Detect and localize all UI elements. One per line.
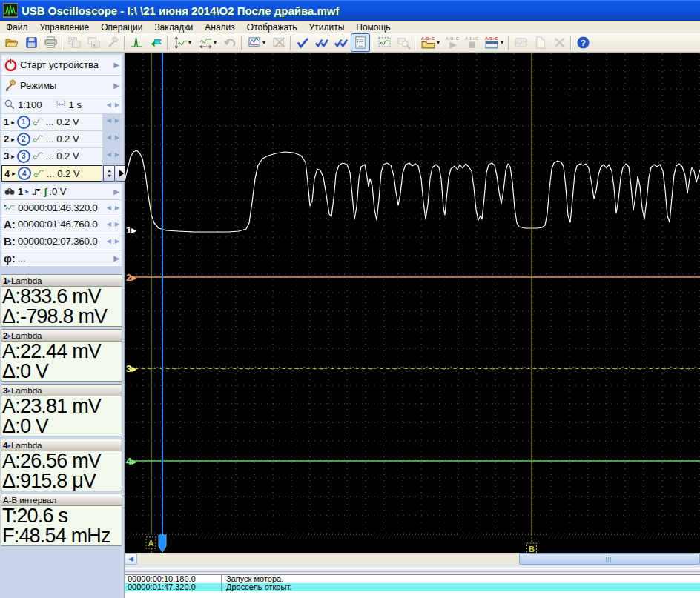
chevron-right-icon[interactable]: ▶ bbox=[113, 82, 119, 90]
channel-3-marker[interactable]: 3▸ bbox=[126, 363, 137, 374]
zoom-amplitude-button[interactable]: ▾ bbox=[170, 33, 195, 52]
open-file-button[interactable] bbox=[2, 33, 22, 52]
scroll-left-button[interactable]: ◀ bbox=[125, 553, 137, 565]
dropdown-caret-icon[interactable]: ▾ bbox=[188, 39, 191, 46]
tools-icon bbox=[4, 79, 18, 93]
menu-item-1[interactable]: Файл bbox=[0, 21, 34, 33]
scrollbar-grip bbox=[606, 557, 612, 562]
waveform-icon bbox=[33, 169, 44, 179]
oscilloscope-plot[interactable]: 1▸2▸3▸4▸AB bbox=[125, 53, 700, 553]
impulse-button[interactable] bbox=[127, 33, 146, 52]
bookmark-row[interactable]: 00000:00:10.180.0Запуск мотора. bbox=[125, 575, 700, 583]
phase-value: ... bbox=[18, 253, 26, 264]
channel-2-row[interactable]: 2▸2... 0.2 V bbox=[1, 131, 102, 147]
help-button[interactable]: ? bbox=[573, 33, 592, 52]
channel-1-marker[interactable]: 1▸ bbox=[126, 225, 137, 236]
edit-frame-button bbox=[103, 33, 122, 52]
channel-badge: 3 bbox=[17, 150, 30, 163]
phase-label: φ: bbox=[4, 252, 16, 265]
menu-item-8[interactable]: Помощь bbox=[350, 21, 396, 33]
channel-3-nav-arrows[interactable]: ◀▶ bbox=[107, 151, 119, 158]
channel-number: 4 bbox=[4, 168, 10, 179]
time-width-icon bbox=[55, 99, 67, 110]
channel-1-row[interactable]: 1▸1... 0.2 V bbox=[1, 114, 102, 130]
bookmark-row[interactable]: 00000:01:47.320.0Дроссель открыт. bbox=[125, 583, 700, 591]
dropdown-caret-icon[interactable]: ▾ bbox=[214, 39, 217, 46]
sync-row[interactable]: 1 ▸ ∫ :0 V ▶ bbox=[1, 184, 122, 199]
chevron-right-icon: ▸ bbox=[11, 119, 15, 126]
toolbar-separator bbox=[415, 36, 416, 50]
channel-scale-value: ... 0.2 V bbox=[47, 168, 80, 179]
apply-group-button[interactable] bbox=[331, 33, 351, 52]
channel-updown-button[interactable] bbox=[103, 165, 115, 182]
channel-1-nav-arrows[interactable]: ◀▶ bbox=[107, 117, 119, 124]
position-cursor-flag[interactable] bbox=[159, 535, 166, 552]
channel-3-row[interactable]: 3▸3... 0.2 V bbox=[1, 148, 102, 165]
abc-stop-icon: A:B+C bbox=[464, 35, 480, 50]
measurement-line1: A:23.81 mV bbox=[2, 396, 122, 416]
cursor-b-label: B bbox=[529, 545, 535, 553]
check-icon bbox=[296, 36, 310, 50]
scale-nav-arrows[interactable]: ◀▶ bbox=[107, 102, 119, 108]
channel-4-row[interactable]: 4▸4... 0.2 V bbox=[1, 165, 102, 182]
chevron-right-icon[interactable]: ▶ bbox=[113, 61, 119, 69]
script-window-button[interactable]: A:B+C▾ bbox=[481, 33, 506, 52]
cursor-b-nav-arrows[interactable]: ◀▶ bbox=[107, 238, 119, 245]
channel-4-marker[interactable]: 4▸ bbox=[126, 456, 137, 467]
paste-frame-icon bbox=[87, 36, 101, 50]
channel-badge: 2 bbox=[17, 133, 30, 146]
phase-row[interactable]: φ: ... ▶ bbox=[1, 250, 122, 266]
bookmark-list: 00000:00:10.180.0Запуск мотора.00000:01:… bbox=[125, 574, 700, 598]
cursor-a-row[interactable]: A: 00000:01:46.760.0 ◀▶ bbox=[1, 216, 122, 233]
toolbar-separator bbox=[570, 36, 572, 50]
cursor-b-row[interactable]: B: 00000:02:07.360.0 ◀▶ bbox=[1, 233, 122, 250]
menu-item-4[interactable]: Закладки bbox=[148, 21, 199, 33]
dropdown-caret-icon[interactable]: ▾ bbox=[437, 39, 440, 46]
menu-item-3[interactable]: Операции bbox=[95, 21, 148, 33]
scale-row[interactable]: 1:100 1 s ◀▶ bbox=[1, 96, 122, 113]
chevron-right-icon[interactable]: ▶ bbox=[113, 187, 119, 196]
toolbar-separator bbox=[124, 36, 125, 50]
sidebar: Старт устройства ▶ Режимы ▶ 1:100 1 s ◀▶… bbox=[0, 53, 125, 598]
position-row[interactable]: 00000:01:46.320.0 ◀▶ bbox=[1, 200, 122, 216]
cursor-a-nav-arrows[interactable]: ◀▶ bbox=[107, 221, 119, 227]
start-device-row[interactable]: Старт устройства ▶ bbox=[1, 55, 122, 75]
dropdown-caret-icon[interactable]: ▾ bbox=[501, 39, 503, 46]
position-value: 00000:01:46.320.0 bbox=[18, 202, 98, 213]
copy-frame-icon bbox=[67, 36, 82, 50]
report-list-button[interactable] bbox=[351, 33, 370, 52]
toolbar-separator bbox=[290, 36, 291, 50]
horizontal-scrollbar[interactable]: ◀ bbox=[125, 553, 700, 565]
scrollbar-thumb[interactable] bbox=[519, 553, 700, 565]
apply-all-button[interactable] bbox=[312, 33, 331, 52]
rising-edge-icon bbox=[31, 186, 42, 197]
start-device-label: Старт устройства bbox=[20, 59, 99, 70]
marker-button[interactable] bbox=[146, 33, 165, 52]
panel-splitter[interactable] bbox=[125, 565, 700, 574]
position-nav-arrows[interactable]: ◀▶ bbox=[107, 205, 119, 211]
selection-button[interactable] bbox=[374, 33, 394, 52]
menu-item-2[interactable]: Управление bbox=[34, 21, 96, 33]
channel-2-nav-arrows[interactable]: ◀▶ bbox=[107, 134, 119, 141]
new-page-button bbox=[530, 33, 549, 52]
print-button[interactable] bbox=[41, 33, 60, 52]
title-bar[interactable]: USB Oscilloscope - I:\ \21 июня 2014\О2 … bbox=[0, 0, 700, 21]
chevron-right-icon[interactable]: ▶ bbox=[113, 254, 119, 262]
modes-row[interactable]: Режимы ▶ bbox=[1, 76, 122, 96]
menu-item-7[interactable]: Утилиты bbox=[303, 21, 351, 33]
wave-position-icon bbox=[4, 202, 16, 213]
chevron-right-icon: ▸ bbox=[11, 153, 15, 160]
apply-button[interactable] bbox=[293, 33, 312, 52]
menu-item-5[interactable]: Анализ bbox=[199, 21, 241, 33]
menu-item-6[interactable]: Отображать bbox=[241, 21, 303, 33]
time-scale-value: 1 s bbox=[69, 99, 82, 110]
zoom-time-button[interactable]: ▾ bbox=[195, 33, 220, 52]
chart-view-button[interactable]: ▾ bbox=[244, 33, 269, 52]
waveform-icon bbox=[33, 117, 44, 127]
script-open-button[interactable]: A:B+C▾ bbox=[417, 33, 443, 52]
nav-right-icon: ▶ bbox=[115, 102, 119, 108]
measurement-panel-1: 1▸LambdaA:833.6 mVΔ:-798.8 mV bbox=[1, 274, 122, 327]
channel-2-marker[interactable]: 2▸ bbox=[126, 272, 137, 283]
dropdown-caret-icon[interactable]: ▾ bbox=[262, 39, 265, 46]
save-file-button[interactable] bbox=[22, 33, 41, 52]
